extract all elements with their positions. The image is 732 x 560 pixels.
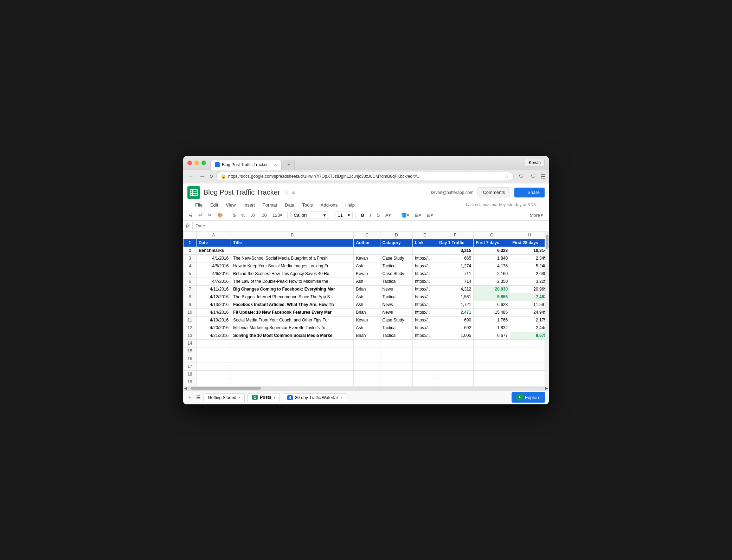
cell-c4[interactable]: Ash xyxy=(354,262,380,270)
cell-h4[interactable]: 5,248 xyxy=(510,262,549,270)
vertical-scrollbar[interactable] xyxy=(545,231,549,386)
menu-format[interactable]: Format xyxy=(259,201,281,209)
spreadsheet-container[interactable]: A B C D E F G H 1 Date Title Author Cat xyxy=(183,231,549,386)
cell-f10[interactable]: 2,471 xyxy=(437,308,474,316)
cell-d2[interactable] xyxy=(380,247,412,254)
star-icon[interactable]: ☆ xyxy=(284,189,289,196)
cell-a11[interactable]: 4/19/2016 xyxy=(196,316,231,324)
scroll-right-button[interactable]: ▶ xyxy=(545,386,548,391)
cell-f14[interactable] xyxy=(437,339,474,347)
cell-e8[interactable]: https://.. xyxy=(412,293,437,301)
cell-h14[interactable] xyxy=(510,339,549,347)
tab-close-button[interactable]: ✕ xyxy=(274,163,277,167)
sheet-tab-waterfall[interactable]: 4 30-day-Traffic Waterfall ▾ xyxy=(283,393,347,402)
scroll-left-button[interactable]: ◀ xyxy=(184,386,187,391)
cell-d9[interactable]: News xyxy=(380,301,412,308)
sheet-tab-getting-started[interactable]: Getting Started ▾ xyxy=(204,393,245,402)
cell-c9[interactable]: Ash xyxy=(354,301,380,308)
menu-icon[interactable]: ☰ xyxy=(540,173,545,180)
cell-c8[interactable]: Ash xyxy=(354,293,380,301)
cell-g11[interactable]: 1,766 xyxy=(474,316,510,324)
cell-d4[interactable]: Tactical xyxy=(380,262,412,270)
comments-button[interactable]: Comments xyxy=(477,187,510,197)
increase-decimal-button[interactable]: .00 xyxy=(258,211,269,219)
cell-g8[interactable]: 5,856 xyxy=(474,293,510,301)
undo-button[interactable]: ↩ xyxy=(196,211,204,219)
bold-button[interactable]: B xyxy=(359,211,366,219)
strikethrough-button[interactable]: S xyxy=(374,211,382,219)
cell-e14[interactable] xyxy=(412,339,437,347)
cell-a1[interactable]: Date xyxy=(196,239,231,247)
cell-a8[interactable]: 4/12/2016 xyxy=(196,293,231,301)
menu-addons[interactable]: Add-ons xyxy=(317,201,341,209)
redo-button[interactable]: ↪ xyxy=(206,211,214,219)
cell-g12[interactable]: 1,832 xyxy=(474,324,510,332)
cell-c13[interactable]: Brian xyxy=(354,332,380,339)
cell-b5[interactable]: Behind-the-Scenes: How This Agency Saves… xyxy=(231,270,354,278)
cell-b6[interactable]: The Law of the Double-Peak: How to Maxim… xyxy=(231,278,354,285)
cell-h6[interactable]: 3,229 xyxy=(510,278,549,285)
cell-f2[interactable]: 3,315 xyxy=(437,247,474,254)
cell-b13[interactable]: Solving the 10 Most Common Social Media … xyxy=(231,332,354,339)
refresh-button[interactable]: ↻ xyxy=(209,174,213,179)
sheet-tab-posts[interactable]: 1 Posts ▾ xyxy=(248,393,280,402)
cell-d12[interactable]: Tactical xyxy=(380,324,412,332)
cell-f8[interactable]: 1,561 xyxy=(437,293,474,301)
cell-h9[interactable]: 11,597 xyxy=(510,301,549,308)
decrease-decimal-button[interactable]: .0 xyxy=(249,211,257,219)
drive-icon[interactable]: ▲ xyxy=(291,189,296,196)
sheet-list-button[interactable]: ☰ xyxy=(196,395,201,400)
cell-f4[interactable]: 1,274 xyxy=(437,262,474,270)
cell-c12[interactable]: Ash xyxy=(354,324,380,332)
cell-c11[interactable]: Kevan xyxy=(354,316,380,324)
cell-e10[interactable]: https://.. xyxy=(412,308,437,316)
menu-help[interactable]: Help xyxy=(342,201,358,209)
cell-d6[interactable]: Tactical xyxy=(380,278,412,285)
formula-input[interactable]: Date xyxy=(195,223,546,228)
share-button[interactable]: 👤 Share xyxy=(514,188,545,197)
cell-h10[interactable]: 24,949 xyxy=(510,308,549,316)
cell-b10[interactable]: F8 Update: 10 New Facebook Features Ever… xyxy=(231,308,354,316)
cell-f12[interactable]: 692 xyxy=(437,324,474,332)
vscroll-thumb[interactable] xyxy=(546,235,548,249)
cell-e7[interactable]: https://.. xyxy=(412,285,437,293)
cell-f13[interactable]: 1,005 xyxy=(437,332,474,339)
cell-h8[interactable]: 7,462 xyxy=(510,293,549,301)
italic-button[interactable]: I xyxy=(368,211,373,219)
cell-g1[interactable]: First 7 days xyxy=(474,239,510,247)
cell-h5[interactable]: 2,635 xyxy=(510,270,549,278)
cell-b9[interactable]: Facebook Instant Articles: What They Are… xyxy=(231,301,354,308)
currency-button[interactable]: $ xyxy=(231,211,238,219)
cell-d3[interactable]: Case Study xyxy=(380,254,412,262)
bookmark-icon[interactable]: ☆ xyxy=(505,174,509,179)
cell-f11[interactable]: 690 xyxy=(437,316,474,324)
cell-c7[interactable]: Brian xyxy=(354,285,380,293)
cell-d10[interactable]: News xyxy=(380,308,412,316)
col-header-c[interactable]: C xyxy=(354,231,380,239)
merge-button[interactable]: ⊟▾ xyxy=(425,211,435,219)
explore-button[interactable]: ✦ Explore xyxy=(512,392,545,403)
cell-b7[interactable]: Big Changes Coming to Facebook: Everythi… xyxy=(231,285,354,293)
extension-icon[interactable]: 🛡 xyxy=(528,171,538,181)
cell-c2[interactable] xyxy=(354,247,380,254)
cell-a13[interactable]: 4/21/2016 xyxy=(196,332,231,339)
cell-c6[interactable]: Ash xyxy=(354,278,380,285)
cell-a7[interactable]: 4/11/2016 xyxy=(196,285,231,293)
ublock-icon[interactable]: 🛡 xyxy=(516,171,526,181)
cell-e3[interactable]: https://.. xyxy=(412,254,437,262)
cell-g6[interactable]: 2,350 xyxy=(474,278,510,285)
cell-a4[interactable]: 4/5/2016 xyxy=(196,262,231,270)
cell-c10[interactable]: Brian xyxy=(354,308,380,316)
cell-h11[interactable]: 2,175 xyxy=(510,316,549,324)
cell-b12[interactable]: Millenial Marketing Superstar Everette T… xyxy=(231,324,354,332)
cell-a14[interactable] xyxy=(196,339,231,347)
cell-e5[interactable]: https://.. xyxy=(412,270,437,278)
col-header-d[interactable]: D xyxy=(380,231,412,239)
col-header-g[interactable]: G xyxy=(474,231,510,239)
cell-e12[interactable]: https://.. xyxy=(412,324,437,332)
cell-d13[interactable]: Tactical xyxy=(380,332,412,339)
text-color-button[interactable]: A▾ xyxy=(383,211,393,219)
paint-format-button[interactable]: 🎨 xyxy=(215,211,225,219)
col-header-e[interactable]: E xyxy=(412,231,437,239)
back-button[interactable]: ← xyxy=(187,173,195,180)
